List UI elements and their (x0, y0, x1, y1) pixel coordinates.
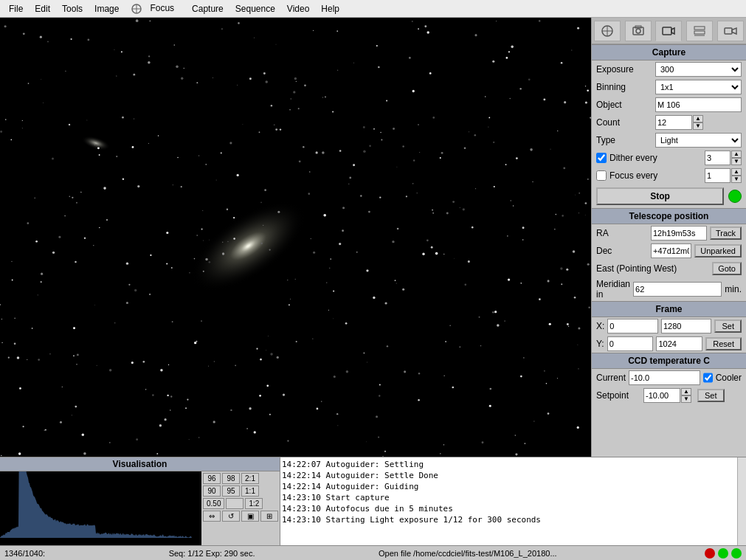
star-canvas (0, 18, 591, 457)
vis-btn-reset[interactable]: ↺ (222, 511, 240, 522)
capture-section-header: Capture (592, 44, 746, 61)
track-button[interactable]: Track (710, 227, 742, 240)
cooler-checkbox[interactable] (703, 373, 713, 383)
dither-spinner-wrap: ▲ ▼ (705, 151, 742, 165)
binning-label: Binning (596, 82, 655, 92)
object-input[interactable] (655, 97, 742, 112)
vis-btn-pan[interactable]: ⇔ (203, 511, 221, 522)
unparked-button[interactable]: Unparked (694, 244, 742, 257)
vis-btn-empty[interactable] (226, 498, 244, 509)
cooler-label: Cooler (716, 373, 742, 383)
menu-focus[interactable]: Focus (125, 1, 186, 16)
frame-reset-button[interactable]: Reset (705, 337, 742, 350)
log-panel: 14:22:07 Autoguider: Settling14:22:14 Au… (280, 457, 737, 545)
focus-up[interactable]: ▲ (731, 168, 742, 176)
type-control: LightDarkBiasFlat (655, 133, 742, 148)
setpoint-down[interactable]: ▼ (681, 395, 691, 403)
vis-btn-96[interactable]: 96 (203, 473, 221, 484)
vis-btn-95[interactable]: 95 (222, 485, 240, 497)
status-coords: 1346/1040: (4, 549, 45, 558)
binning-control: 1x12x23x34x4 (655, 80, 742, 94)
meridian-label: Meridian in (596, 279, 630, 300)
vis-btn-row-3: 0.50 1:2 (203, 498, 278, 509)
tab-icons (592, 18, 746, 44)
vis-btn-1-2[interactable]: 1:2 (245, 498, 263, 509)
vis-btn-grid[interactable]: ⊞ (260, 511, 278, 522)
tab-align[interactable] (594, 21, 621, 41)
menu-file[interactable]: File (3, 2, 29, 15)
telescope-section-header: Telescope position (592, 208, 746, 224)
menu-tools[interactable]: Tools (56, 2, 89, 15)
stop-row: Stop (592, 184, 746, 208)
count-input[interactable] (655, 115, 692, 130)
vis-btn-row-1: 96 98 2:1 (203, 473, 278, 484)
log-entry: 14:22:14 Autoguider: Settle Done (282, 470, 736, 481)
count-up[interactable]: ▲ (693, 115, 703, 122)
vis-btn-98[interactable]: 98 (222, 473, 240, 484)
stop-button[interactable]: Stop (596, 187, 724, 205)
ccd-current-label: Current (596, 373, 626, 383)
menu-sequence[interactable]: Sequence (229, 2, 281, 15)
exposure-select[interactable]: 300125103060120600 (655, 62, 742, 77)
vis-btn-row-4: ⇔ ↺ ▣ ⊞ (203, 511, 278, 522)
menu-edit[interactable]: Edit (29, 2, 56, 15)
frame-y1[interactable] (607, 336, 654, 351)
dither-spinner: ▲ ▼ (731, 151, 742, 165)
svg-marker-15 (732, 28, 736, 34)
frame-y2[interactable] (656, 336, 702, 351)
menu-image[interactable]: Image (89, 2, 125, 15)
dither-checkbox[interactable] (596, 153, 607, 163)
ccd-setpoint-row: Setpoint ▲ ▼ Set (592, 387, 746, 404)
frame-x2[interactable] (661, 319, 712, 333)
menu-help[interactable]: Help (315, 2, 345, 15)
status-file: Open file /home/ccdciel/fits-test/M106_L… (379, 549, 697, 558)
main-area: Capture Exposure 300125103060120600 Binn… (0, 18, 746, 457)
dither-down[interactable]: ▼ (731, 158, 742, 165)
tab-video[interactable] (717, 21, 744, 41)
focus-spinner: ▲ ▼ (731, 168, 742, 183)
dec-row: Dec Unparked (592, 242, 746, 260)
log-scrollbar[interactable] (737, 457, 746, 545)
vis-btn-1-1[interactable]: 1:1 (241, 485, 259, 497)
menu-capture[interactable]: Capture (186, 2, 229, 15)
image-view (0, 18, 591, 457)
dec-label: Dec (596, 246, 648, 256)
vis-btn-90[interactable]: 90 (203, 485, 221, 497)
count-down[interactable]: ▼ (693, 122, 703, 130)
vis-btn-2-1[interactable]: 2:1 (241, 473, 259, 484)
frame-x-label: X: (596, 321, 604, 331)
histogram (0, 471, 201, 545)
vis-btn-stretch[interactable]: ▣ (241, 511, 259, 522)
meridian-value[interactable] (633, 282, 722, 297)
dither-input[interactable] (705, 151, 731, 165)
goto-button[interactable]: Goto (712, 262, 742, 275)
exposure-row: Exposure 300125103060120600 (592, 61, 746, 78)
ccd-setpoint-value[interactable] (643, 388, 680, 403)
focus-input[interactable] (705, 168, 731, 183)
ccd-set-button[interactable]: Set (697, 389, 725, 402)
frame-set-button[interactable]: Set (714, 319, 742, 333)
frame-x1[interactable] (607, 319, 658, 333)
log-entry: 14:23:10 Autofocus due in 5 minutes (282, 503, 736, 514)
tab-sequence[interactable] (686, 21, 713, 41)
vis-btn-050[interactable]: 0.50 (203, 498, 224, 509)
binning-select[interactable]: 1x12x23x34x4 (655, 80, 742, 94)
binning-row: Binning 1x12x23x34x4 (592, 78, 746, 96)
focus-checkbox[interactable] (596, 170, 607, 181)
object-row: Object (592, 96, 746, 114)
tab-capture[interactable] (625, 21, 652, 41)
bottom-area: Visualisation 96 98 2:1 90 95 1:1 0.50 (0, 457, 746, 545)
tab-camera[interactable] (655, 21, 682, 41)
statusbar: 1346/1040: Seq: 1/12 Exp: 290 sec. Open … (0, 545, 746, 560)
focus-label: Focus every (609, 170, 657, 181)
dither-row: Dither every ▲ ▼ (592, 149, 746, 167)
menu-video[interactable]: Video (281, 2, 315, 15)
setpoint-up[interactable]: ▲ (681, 388, 691, 395)
type-select[interactable]: LightDarkBiasFlat (655, 133, 742, 148)
log-entry: 14:22:14 Autoguider: Guiding (282, 481, 736, 492)
ra-row: RA Track (592, 224, 746, 242)
focus-down[interactable]: ▼ (731, 176, 742, 183)
focus-spinner-wrap: ▲ ▼ (705, 168, 742, 183)
direction-row: East (Pointing West) Goto (592, 260, 746, 277)
dither-up[interactable]: ▲ (731, 151, 742, 158)
